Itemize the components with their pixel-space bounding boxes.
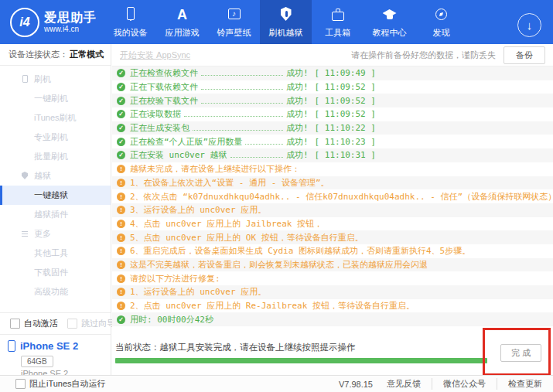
sidebar-menu: 刷机 一键刷机 iTunes刷机 专业刷机 批量刷机 越狱 一键越狱 越狱插件 … bbox=[0, 66, 111, 302]
sidebar-item[interactable]: 一键越狱 bbox=[0, 186, 111, 205]
header: i4 爱思助手 www.i4.cn 我的设备 应用游戏 铃声壁纸 刷机越狱 bbox=[0, 0, 553, 44]
app-title: 爱思助手 bbox=[44, 11, 97, 25]
nav-tab[interactable]: 应用游戏 bbox=[156, 0, 208, 44]
device-name: iPhone SE 2 bbox=[20, 340, 78, 352]
warning-icon bbox=[117, 261, 125, 269]
main-toolbar: 开始安装 AppSync 请在操作前备份好您的数据，谨防丢失 备份 bbox=[112, 44, 553, 66]
success-icon bbox=[117, 83, 125, 91]
dotted-leader bbox=[245, 144, 283, 145]
warning-icon bbox=[117, 247, 125, 255]
nav-tab-label: 铃声壁纸 bbox=[217, 27, 251, 39]
sidebar-item[interactable]: 专业刷机 bbox=[0, 128, 111, 147]
sidebar-checkboxes: 自动激活 跳过向导 bbox=[0, 312, 111, 335]
warning-icon bbox=[117, 274, 125, 283]
checkbox-icon[interactable] bbox=[10, 319, 20, 329]
check-update-link[interactable]: 检查更新 bbox=[497, 378, 542, 390]
success-icon bbox=[117, 315, 125, 324]
success-icon bbox=[117, 97, 125, 105]
log-row: 正在下载依赖文件 成功! [ 11:09:52 ] bbox=[112, 80, 553, 94]
log-row: 2、依次点击 “k07dnuxdhkqu04adhk.. - 信任k07dnux… bbox=[112, 189, 553, 203]
device-connection-status: 设备连接状态：正常模式 bbox=[0, 44, 111, 66]
main-panel: 开始安装 AppSync 请在操作前备份好您的数据，谨防丢失 备份 正在检查依赖… bbox=[112, 44, 553, 376]
app-logo: i4 爱思助手 www.i4.cn bbox=[0, 0, 104, 44]
app-url: www.i4.cn bbox=[44, 25, 97, 33]
success-icon bbox=[117, 151, 125, 159]
log-row: 用时: 00时00分42秒 bbox=[112, 312, 553, 326]
block-itunes-checkbox[interactable]: 阻止iTunes自动运行 bbox=[0, 378, 106, 390]
nav-tab[interactable]: 工具箱 bbox=[312, 0, 364, 44]
warning-icon bbox=[117, 179, 125, 187]
sidebar: 设备连接状态：正常模式 刷机 一键刷机 iTunes刷机 专业刷机 批量刷机 越… bbox=[0, 44, 111, 376]
log-row: 正在生成安装包 成功! [ 11:10:22 ] bbox=[112, 121, 553, 135]
nav-tab[interactable]: 教程中心 bbox=[364, 0, 415, 44]
more-icon bbox=[21, 230, 29, 237]
feedback-link[interactable]: 意见反馈 bbox=[387, 378, 421, 390]
backup-button[interactable]: 备份 bbox=[504, 46, 545, 64]
log-row: 1、在设备上依次进入“设置 - 通用 - 设备管理”。 bbox=[112, 176, 553, 190]
progress-fill bbox=[115, 358, 487, 363]
nav-tab[interactable]: 发现 bbox=[415, 0, 467, 44]
checkbox-icon[interactable] bbox=[67, 319, 77, 329]
nav-tab-label: 应用游戏 bbox=[166, 27, 200, 39]
jail-icon bbox=[21, 172, 29, 179]
sidebar-item[interactable]: 高级功能 bbox=[0, 282, 111, 302]
appstore-icon bbox=[173, 5, 192, 24]
flash-icon bbox=[21, 75, 29, 83]
nav-tab-label: 我的设备 bbox=[114, 27, 148, 39]
log-row: 正在检查依赖文件 成功! [ 11:09:49 ] bbox=[112, 66, 553, 80]
discover-icon bbox=[432, 5, 451, 24]
nav-tab-label: 发现 bbox=[433, 27, 450, 39]
log-row: 5、点击 unc0ver 应用上的 OK 按钮，等待设备自行重启。 bbox=[112, 230, 553, 244]
i4-assistant-window: i4 爱思助手 www.i4.cn 我的设备 应用游戏 铃声壁纸 刷机越狱 bbox=[0, 0, 553, 392]
nav-tab-label: 教程中心 bbox=[373, 27, 407, 39]
checkbox-icon[interactable] bbox=[15, 379, 26, 389]
sidebar-item[interactable]: 其他工具 bbox=[0, 244, 111, 263]
warning-icon bbox=[117, 233, 125, 242]
sidebar-item[interactable]: 更多 bbox=[0, 224, 111, 244]
warning-icon bbox=[117, 302, 125, 310]
nav-tab-label: 刷机越狱 bbox=[269, 27, 303, 39]
dotted-leader bbox=[184, 116, 283, 117]
wechat-link[interactable]: 微信公众号 bbox=[432, 378, 486, 390]
dotted-leader bbox=[193, 130, 283, 131]
success-icon bbox=[117, 110, 125, 118]
sidebar-checkbox[interactable]: 自动激活 bbox=[10, 318, 58, 329]
sidebar-item[interactable]: iTunes刷机 bbox=[0, 108, 111, 128]
log-row: 这是不完美越狱，若设备重启，则会恢复到未越狱状态，已装的越狱应用会闪退 bbox=[112, 258, 553, 272]
dotted-leader bbox=[201, 75, 283, 76]
status-area: 当前状态：越狱工具安装完成，请在设备上继续按照提示操作 完 成 bbox=[112, 328, 553, 376]
device-info: iPhone SE 2 64GB iPhone SE 2 bbox=[0, 334, 111, 376]
sidebar-item[interactable]: 越狱插件 bbox=[0, 205, 111, 224]
version-label: V7.98.15 bbox=[339, 380, 373, 389]
nav-tab-label: 工具箱 bbox=[325, 27, 350, 39]
sidebar-item[interactable]: 下载固件 bbox=[0, 263, 111, 282]
sidebar-item[interactable]: 批量刷机 bbox=[0, 147, 111, 166]
finish-button[interactable]: 完 成 bbox=[500, 344, 541, 362]
log-row: 正在读取数据 成功! [ 11:09:52 ] bbox=[112, 107, 553, 121]
sidebar-item[interactable]: 一键刷机 bbox=[0, 89, 111, 108]
warning-icon bbox=[117, 288, 125, 296]
main-nav: 我的设备 应用游戏 铃声壁纸 刷机越狱 工具箱 教程中心 bbox=[104, 0, 467, 44]
sidebar-item[interactable]: 越狱 bbox=[0, 166, 111, 186]
nav-tab[interactable]: 我的设备 bbox=[104, 0, 156, 44]
sidebar-checkbox[interactable]: 跳过向导 bbox=[67, 318, 115, 329]
nav-tab[interactable]: 刷机越狱 bbox=[260, 0, 312, 44]
toolbox-icon bbox=[329, 5, 347, 24]
tutorial-icon bbox=[381, 5, 399, 24]
jailbreak-icon bbox=[277, 5, 295, 24]
dotted-leader bbox=[201, 103, 283, 104]
i4-logo-icon: i4 bbox=[10, 8, 39, 37]
phone-icon bbox=[121, 5, 140, 24]
install-appsync-link[interactable]: 开始安装 AppSync bbox=[120, 49, 190, 61]
log-row: 正在检查“个人正版”应用数量 成功! [ 11:10:23 ] bbox=[112, 135, 553, 148]
current-status-text: 当前状态：越狱工具安装完成，请在设备上继续按照提示操作 bbox=[115, 342, 356, 353]
nav-tab[interactable]: 铃声壁纸 bbox=[208, 0, 260, 44]
log-row: 越狱未完成，请在设备上继续进行以下操作： bbox=[112, 162, 553, 176]
log-row: 2、点击 unc0ver 应用上的 Re-Jailbreak 按钮，等待设备自行… bbox=[112, 299, 553, 313]
log-row: 正在安装 unc0ver 越狱 成功! [ 11:10:31 ] bbox=[112, 148, 553, 162]
sidebar-item[interactable]: 刷机 bbox=[0, 70, 111, 89]
warning-icon bbox=[117, 193, 125, 201]
download-manager-icon[interactable]: ↓ bbox=[517, 13, 541, 37]
ringtone-icon bbox=[225, 5, 244, 24]
window-controls bbox=[521, 2, 548, 12]
